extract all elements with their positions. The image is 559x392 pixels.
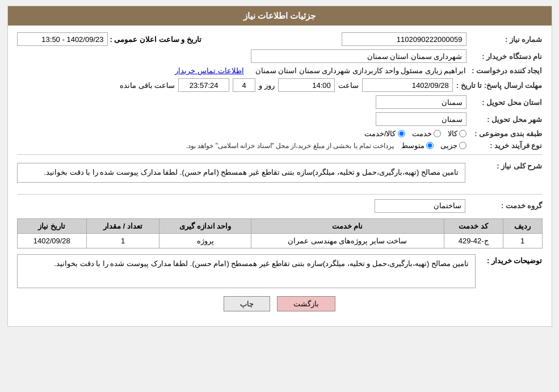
category-kala-label: کالا: [448, 129, 457, 138]
category-kala: کالا: [448, 129, 466, 138]
category-label: طبقه بندی موضوعی :: [469, 129, 543, 138]
buyer-org-label: نام دستگاه خریدار :: [469, 52, 543, 61]
content-area: شماره نیاز : تاریخ و ساعت اعلان عمومی : …: [8, 26, 552, 326]
service-group-row: گروه خدمت :: [17, 199, 543, 213]
delivery-province-input[interactable]: [376, 95, 466, 109]
contact-link[interactable]: اطلاعات تماس خریدار: [175, 66, 243, 75]
buyer-notes-label: توضیحات خریدار :: [480, 254, 543, 265]
category-kala-khedmat-radio[interactable]: [398, 130, 405, 137]
delivery-city-label: شهر محل تحویل :: [469, 115, 543, 124]
col-unit: واحد اندازه گیری: [159, 218, 251, 233]
cell-qty: 1: [87, 233, 159, 248]
cell-radif: 1: [503, 233, 542, 248]
need-desc-row: شرح کلی نیاز : تامین مصالح (تهیه،بارگیری…: [17, 159, 543, 186]
category-khedmat-radio[interactable]: [434, 130, 441, 137]
process-type-row: نوع فرآیند خرید : جزیی متوسط پرداخت تمام…: [17, 141, 543, 150]
process-jozii-radio[interactable]: [459, 142, 466, 149]
creator-row: ایجاد کننده درخواست : ابراهیم زیاری مسئو…: [17, 66, 543, 75]
buyer-notes-text: تامین مصالح (تهیه،بارگیری،حمل و تخلیه، م…: [17, 254, 476, 288]
col-qty: تعداد / مقدار: [87, 218, 159, 233]
cell-code: ج-42-429: [444, 233, 503, 248]
need-number-row: شماره نیاز : تاریخ و ساعت اعلان عمومی :: [17, 32, 543, 46]
category-radio-group: کالا خدمت کالا/خدمت: [364, 129, 466, 138]
category-row: طبقه بندی موضوعی : کالا خدمت کالا/خدمت: [17, 129, 543, 138]
process-jozii: جزیی: [440, 141, 466, 150]
page-header: جزئیات اطلاعات نیاز: [8, 6, 552, 26]
table-row: 1 ج-42-429 ساخت سایر پروژه‌های مهندسی عم…: [17, 233, 542, 248]
services-table: ردیف کد خدمت نام خدمت واحد اندازه گیری ت…: [17, 218, 543, 248]
process-motavaset: متوسط: [401, 141, 434, 150]
table-header-row: ردیف کد خدمت نام خدمت واحد اندازه گیری ت…: [17, 218, 542, 233]
process-motavaset-label: متوسط: [401, 141, 424, 150]
process-jozii-label: جزیی: [440, 141, 457, 150]
col-name: نام خدمت: [251, 218, 444, 233]
deadline-days-label: روز و: [259, 81, 275, 90]
services-section-title: [17, 192, 543, 195]
service-group-input[interactable]: [375, 199, 465, 213]
deadline-time-label: ساعت: [338, 81, 359, 90]
deadline-row: مهلت ارسال پاسخ: تا تاریخ : ساعت روز و س…: [17, 78, 543, 92]
need-desc-box: تامین مصالح (تهیه،بارگیری،حمل و تخلیه، م…: [17, 163, 465, 183]
need-desc-label: شرح کلی نیاز :: [469, 159, 543, 170]
cell-name: ساخت سایر پروژه‌های مهندسی عمران: [251, 233, 444, 248]
deadline-remaining-label: ساعت باقی مانده: [120, 81, 175, 90]
delivery-city-input[interactable]: [376, 112, 466, 126]
divider-1: [17, 154, 543, 155]
deadline-days-input[interactable]: [233, 78, 255, 92]
page-title: جزئیات اطلاعات نیاز: [243, 11, 316, 20]
need-desc-text: تامین مصالح (تهیه،بارگیری،حمل و تخلیه، م…: [44, 168, 459, 176]
back-button[interactable]: بازگشت: [277, 296, 335, 311]
category-kala-khedmat: کالا/خدمت: [364, 129, 405, 138]
deadline-date-input[interactable]: [362, 78, 453, 92]
delivery-city-row: شهر محل تحویل :: [17, 112, 543, 126]
announce-value-input[interactable]: [17, 32, 108, 46]
process-note: پرداخت تمام یا بخشی از مبلغ خرید،از محل …: [186, 142, 394, 150]
process-motavaset-radio[interactable]: [426, 142, 434, 149]
need-number-input[interactable]: [342, 32, 466, 46]
service-group-label: گروه خدمت :: [469, 201, 543, 210]
process-radio-group: جزیی متوسط پرداخت تمام یا بخشی از مبلغ خ…: [186, 141, 466, 150]
buyer-org-row: نام دستگاه خریدار :: [17, 49, 543, 63]
cell-unit: پروژه: [159, 233, 251, 248]
col-code: کد خدمت: [444, 218, 503, 233]
announce-label: تاریخ و ساعت اعلان عمومی :: [110, 35, 201, 44]
buyer-notes-content: تامین مصالح (تهیه،بارگیری،حمل و تخلیه، م…: [54, 259, 469, 268]
need-number-label: شماره نیاز :: [469, 35, 543, 44]
cell-date: 1402/09/28: [17, 233, 87, 248]
col-date: تاریخ نیاز: [17, 218, 87, 233]
category-kala-radio[interactable]: [459, 130, 466, 137]
services-table-container: ردیف کد خدمت نام خدمت واحد اندازه گیری ت…: [17, 218, 543, 248]
category-khedmat: خدمت: [412, 129, 441, 138]
category-kala-khedmat-label: کالا/خدمت: [364, 129, 396, 138]
process-type-label: نوع فرآیند خرید :: [469, 141, 543, 150]
buyer-org-input[interactable]: [251, 49, 466, 63]
main-container: جزئیات اطلاعات نیاز شماره نیاز : تاریخ و…: [7, 6, 552, 327]
delivery-province-label: استان محل تحویل :: [469, 98, 543, 107]
send-deadline-label: مهلت ارسال پاسخ: تا تاریخ :: [456, 81, 543, 90]
col-radif: ردیف: [503, 218, 542, 233]
delivery-province-row: استان محل تحویل :: [17, 95, 543, 109]
buttons-row: بازگشت چاپ: [17, 296, 543, 319]
category-khedmat-label: خدمت: [412, 129, 432, 138]
print-button[interactable]: چاپ: [224, 296, 270, 311]
buyer-notes-section: توضیحات خریدار : تامین مصالح (تهیه،بارگی…: [17, 254, 543, 288]
deadline-remaining-input[interactable]: [178, 78, 229, 92]
creator-name: ابراهیم زیاری مسئول واحد کاربردازی شهردا…: [255, 66, 466, 75]
deadline-time-input[interactable]: [278, 78, 335, 92]
creator-label: ایجاد کننده درخواست :: [469, 66, 543, 75]
